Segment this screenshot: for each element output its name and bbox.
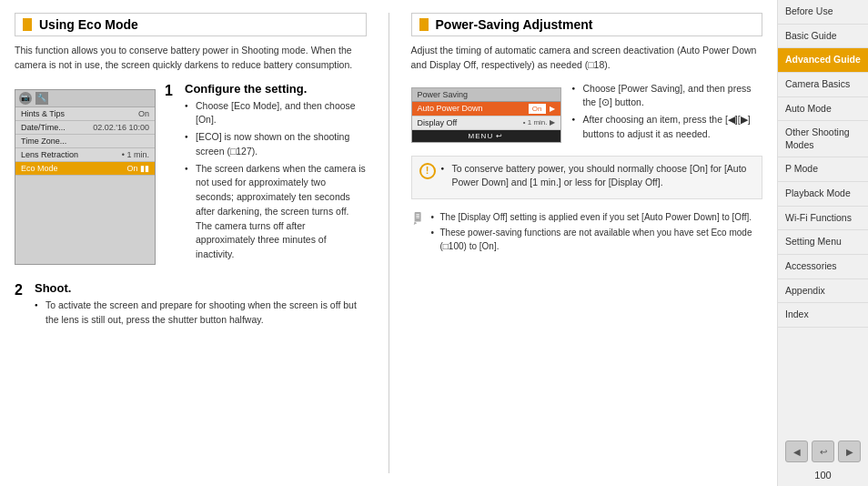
power-menu-bar: MENU ↩: [412, 130, 560, 142]
sidebar-item-advanced-guide[interactable]: Advanced Guide: [778, 48, 868, 73]
step2-content: Shoot. To activate the screen and prepar…: [35, 281, 367, 330]
camera-icon: 📷: [19, 92, 32, 105]
camera-row-hints: Hints & Tips On: [15, 107, 155, 121]
sidebar-item-setting-menu[interactable]: Setting Menu: [778, 230, 868, 255]
tip-icon: [411, 210, 426, 227]
step1-number: 1: [165, 82, 177, 265]
tip-list: The [Display Off] setting is applied eve…: [431, 210, 763, 255]
svg-rect-0: [414, 212, 420, 222]
step2-number: 2: [15, 281, 27, 330]
section-header-icon: [23, 18, 32, 31]
left-intro: This function allows you to conserve bat…: [15, 44, 367, 73]
nav-prev-button[interactable]: ◀: [785, 440, 808, 462]
power-screenshot-area: Power Saving Auto Power Down On ▶ Displa…: [411, 82, 561, 148]
right-bullet-2: After choosing an item, press the [◀][▶]…: [572, 113, 763, 142]
camera-row-timezone: Time Zone...: [15, 135, 155, 148]
sidebar-item-playback-mode[interactable]: Playback Mode: [778, 182, 868, 207]
notice-text: To conserve battery power, you should no…: [441, 162, 755, 194]
pencil-icon: [413, 212, 424, 225]
nav-home-button[interactable]: ↩: [812, 440, 834, 462]
panel-divider: [389, 13, 389, 473]
notice-box: ! To conserve battery power, you should …: [411, 156, 763, 200]
power-title-bar: Power Saving: [412, 88, 560, 102]
sidebar-item-wifi-functions[interactable]: Wi-Fi Functions: [778, 207, 868, 231]
right-bullet-list: Choose [Power Saving], and then press th…: [572, 82, 763, 142]
tip-box: The [Display Off] setting is applied eve…: [411, 207, 763, 258]
step2-title: Shoot.: [35, 281, 367, 295]
nav-next-button[interactable]: ▶: [838, 440, 861, 462]
step2: 2 Shoot. To activate the screen and prep…: [15, 281, 367, 330]
right-bullets: Choose [Power Saving], and then press th…: [572, 82, 763, 148]
step2-bullet-1: To activate the screen and prepare for s…: [35, 299, 367, 328]
step1-bullet-3: The screen darkens when the camera is no…: [185, 162, 367, 262]
power-row-displayoff: Display Off • 1 min. ▶: [412, 116, 560, 130]
sidebar-item-other-shooting[interactable]: Other Shooting Modes: [778, 121, 868, 157]
right-section-title: Power-Saving Adjustment: [436, 17, 593, 32]
left-section-title: Using Eco Mode: [39, 17, 138, 32]
sidebar-item-index[interactable]: Index: [778, 303, 868, 328]
step1-bullet-2: [ECO] is now shown on the shooting scree…: [185, 130, 367, 159]
step1-bullet-1: Choose [Eco Mode], and then choose [On].: [185, 99, 367, 128]
notice-icon: !: [419, 163, 436, 179]
page-number: 100: [778, 470, 868, 486]
sidebar-item-camera-basics[interactable]: Camera Basics: [778, 73, 868, 97]
power-row-autopowerdown: Auto Power Down On ▶: [412, 102, 560, 116]
right-content-area: Power Saving Auto Power Down On ▶ Displa…: [411, 82, 763, 148]
right-intro: Adjust the timing of automatic camera an…: [411, 44, 763, 73]
right-bullet-1: Choose [Power Saving], and then press th…: [572, 82, 763, 111]
sidebar-item-auto-mode[interactable]: Auto Mode: [778, 97, 868, 122]
right-section-header: Power-Saving Adjustment: [411, 13, 763, 36]
sidebar-item-p-mode[interactable]: P Mode: [778, 157, 868, 182]
sidebar-spacer: [778, 328, 868, 433]
right-section-header-icon: [419, 18, 429, 31]
sidebar-nav: ◀ ↩ ▶: [778, 433, 868, 470]
settings-icon: 🔧: [35, 92, 48, 105]
power-screenshot: Power Saving Auto Power Down On ▶ Displa…: [411, 87, 561, 143]
sidebar-item-basic-guide[interactable]: Basic Guide: [778, 25, 868, 49]
notice-list: To conserve battery power, you should no…: [441, 162, 755, 191]
camera-screenshot: 📷 🔧 Hints & Tips On Date/Time... 02.02.'…: [15, 89, 156, 265]
sidebar-item-appendix[interactable]: Appendix: [778, 279, 868, 304]
sidebar: Before Use Basic Guide Advanced Guide Ca…: [777, 0, 868, 486]
step1: 1 Configure the setting. Choose [Eco Mod…: [165, 82, 367, 265]
camera-row-eco: Eco Mode On ▮▮: [15, 162, 155, 176]
camera-top-bar: 📷 🔧: [15, 90, 155, 107]
right-panel: Power-Saving Adjustment Adjust the timin…: [411, 13, 763, 473]
tip-2: These power-saving functions are not ava…: [431, 226, 763, 253]
sidebar-item-accessories[interactable]: Accessories: [778, 255, 868, 279]
camera-row-lens: Lens Retraction • 1 min.: [15, 148, 155, 162]
sidebar-item-before-use[interactable]: Before Use: [778, 0, 868, 25]
notice-bullet-1: To conserve battery power, you should no…: [441, 162, 755, 191]
step2-bullets: To activate the screen and prepare for s…: [35, 299, 367, 328]
step1-bullets: Choose [Eco Mode], and then choose [On].…: [185, 99, 367, 262]
camera-rows: Hints & Tips On Date/Time... 02.02.'16 1…: [15, 107, 155, 176]
left-section-header: Using Eco Mode: [15, 13, 367, 36]
camera-row-date: Date/Time... 02.02.'16 10:00: [15, 121, 155, 135]
steps-area: 1 Configure the setting. Choose [Eco Mod…: [165, 82, 367, 272]
step1-content: Configure the setting. Choose [Eco Mode]…: [185, 82, 367, 265]
tip-1: The [Display Off] setting is applied eve…: [431, 210, 763, 224]
left-panel: Using Eco Mode This function allows you …: [15, 13, 367, 473]
step1-title: Configure the setting.: [185, 82, 367, 96]
